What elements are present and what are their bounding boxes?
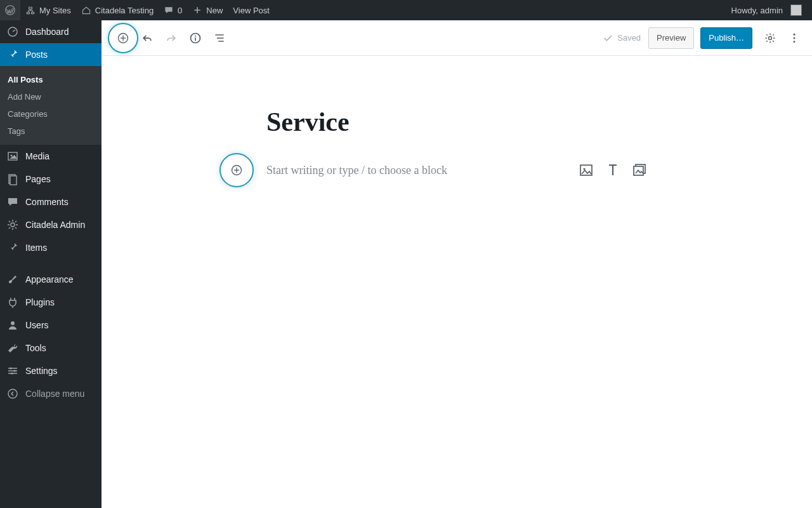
menu-citadela-admin[interactable]: Citadela Admin bbox=[0, 213, 102, 236]
sliders-icon bbox=[6, 364, 19, 377]
menu-label: Appearance bbox=[25, 274, 74, 284]
svg-point-11 bbox=[8, 389, 17, 398]
svg-point-19 bbox=[794, 33, 796, 35]
howdy-label: Howdy, admin bbox=[731, 6, 783, 15]
svg-point-20 bbox=[794, 37, 796, 39]
svg-rect-17 bbox=[195, 37, 196, 41]
pin-icon bbox=[6, 48, 19, 61]
save-status: Saved bbox=[596, 32, 647, 44]
network-icon bbox=[25, 5, 36, 15]
view-post-label: View Post bbox=[233, 6, 270, 15]
pin-icon bbox=[6, 241, 19, 254]
menu-plugins[interactable]: Plugins bbox=[0, 291, 102, 314]
info-icon bbox=[189, 32, 202, 44]
svg-point-21 bbox=[794, 41, 796, 43]
site-name-label: Citadela Testing bbox=[95, 6, 154, 15]
saved-label: Saved bbox=[617, 33, 641, 43]
undo-button[interactable] bbox=[136, 27, 159, 50]
add-block-button[interactable] bbox=[112, 27, 134, 50]
default-block-appender[interactable]: Start writing or type / to choose a bloc… bbox=[266, 163, 647, 178]
kebab-icon bbox=[788, 32, 801, 44]
wordpress-icon bbox=[5, 5, 15, 15]
menu-label: Posts bbox=[25, 50, 48, 60]
menu-items[interactable]: Items bbox=[0, 236, 102, 259]
comments-link[interactable]: 0 bbox=[159, 0, 187, 20]
preview-button[interactable]: Preview bbox=[648, 27, 694, 49]
page-icon bbox=[6, 173, 19, 185]
admin-sidebar: Dashboard Posts All Posts Add New Catego… bbox=[0, 20, 102, 508]
settings-toggle-button[interactable] bbox=[759, 27, 782, 50]
menu-label: Dashboard bbox=[25, 27, 69, 37]
svg-rect-5 bbox=[10, 176, 16, 185]
outline-icon bbox=[213, 32, 226, 44]
more-menu-button[interactable] bbox=[783, 27, 806, 50]
publish-button[interactable]: Publish… bbox=[700, 27, 752, 49]
gallery-block-icon[interactable] bbox=[632, 163, 647, 178]
menu-label: Collapse menu bbox=[25, 389, 84, 399]
content-info-button[interactable] bbox=[184, 27, 207, 50]
submenu-tags[interactable]: Tags bbox=[0, 123, 102, 140]
site-link[interactable]: Citadela Testing bbox=[76, 0, 159, 20]
home-icon bbox=[81, 5, 91, 15]
user-icon bbox=[6, 319, 19, 331]
redo-button[interactable] bbox=[160, 27, 183, 50]
block-editor: Saved Preview Publish… Service Start wri… bbox=[102, 20, 812, 508]
menu-appearance[interactable]: Appearance bbox=[0, 268, 102, 291]
view-post-link[interactable]: View Post bbox=[228, 0, 275, 20]
plus-circle-icon bbox=[230, 164, 243, 177]
svg-point-16 bbox=[195, 35, 196, 36]
block-placeholder[interactable]: Start writing or type / to choose a bloc… bbox=[266, 164, 567, 177]
menu-comments[interactable]: Comments bbox=[0, 190, 102, 213]
menu-label: Tools bbox=[25, 343, 46, 353]
undo-icon bbox=[141, 32, 154, 44]
submenu-all-posts[interactable]: All Posts bbox=[0, 71, 102, 88]
admin-bar: My Sites Citadela Testing 0 New View Pos… bbox=[0, 0, 812, 20]
menu-dashboard[interactable]: Dashboard bbox=[0, 20, 102, 43]
account-link[interactable]: Howdy, admin bbox=[726, 0, 807, 20]
svg-point-10 bbox=[11, 373, 13, 375]
my-sites-link[interactable]: My Sites bbox=[20, 0, 76, 20]
menu-pages[interactable]: Pages bbox=[0, 168, 102, 190]
my-sites-label: My Sites bbox=[39, 6, 71, 15]
comment-icon bbox=[164, 5, 174, 15]
menu-media[interactable]: Media bbox=[0, 145, 102, 168]
submenu-categories[interactable]: Categories bbox=[0, 105, 102, 123]
block-navigation-button[interactable] bbox=[208, 27, 231, 50]
plug-icon bbox=[6, 296, 19, 309]
submenu-add-new[interactable]: Add New bbox=[0, 88, 102, 105]
svg-point-9 bbox=[14, 370, 16, 372]
new-link[interactable]: New bbox=[187, 0, 228, 20]
menu-label: Pages bbox=[25, 174, 51, 184]
brush-icon bbox=[6, 273, 19, 286]
comment-icon bbox=[6, 196, 19, 208]
menu-users[interactable]: Users bbox=[0, 314, 102, 337]
quick-block-icons bbox=[579, 163, 647, 178]
menu-label: Comments bbox=[25, 197, 69, 207]
plus-icon bbox=[192, 5, 202, 15]
collapse-menu[interactable]: Collapse menu bbox=[0, 382, 102, 405]
svg-point-7 bbox=[11, 321, 15, 325]
inline-add-highlight bbox=[219, 153, 254, 187]
redo-icon bbox=[165, 32, 178, 44]
svg-rect-2 bbox=[8, 152, 17, 160]
inline-add-block-button[interactable] bbox=[225, 159, 248, 182]
post-title[interactable]: Service bbox=[266, 107, 647, 137]
wp-logo[interactable] bbox=[0, 0, 20, 20]
image-block-icon[interactable] bbox=[579, 163, 594, 178]
comments-count: 0 bbox=[178, 6, 182, 15]
toolbar-add-highlight bbox=[108, 23, 138, 53]
editor-canvas[interactable]: Service Start writing or type / to choos… bbox=[102, 56, 812, 178]
menu-label: Citadela Admin bbox=[25, 220, 85, 230]
gear-icon bbox=[764, 32, 776, 44]
menu-label: Users bbox=[25, 320, 49, 330]
heading-block-icon[interactable] bbox=[605, 163, 620, 178]
new-label: New bbox=[206, 6, 223, 15]
menu-label: Settings bbox=[25, 366, 58, 376]
svg-point-8 bbox=[10, 368, 12, 370]
wrench-icon bbox=[6, 342, 19, 354]
menu-settings[interactable]: Settings bbox=[0, 359, 102, 382]
menu-posts[interactable]: Posts bbox=[0, 43, 102, 66]
check-icon bbox=[602, 32, 613, 44]
menu-tools[interactable]: Tools bbox=[0, 337, 102, 359]
svg-point-3 bbox=[11, 155, 13, 157]
